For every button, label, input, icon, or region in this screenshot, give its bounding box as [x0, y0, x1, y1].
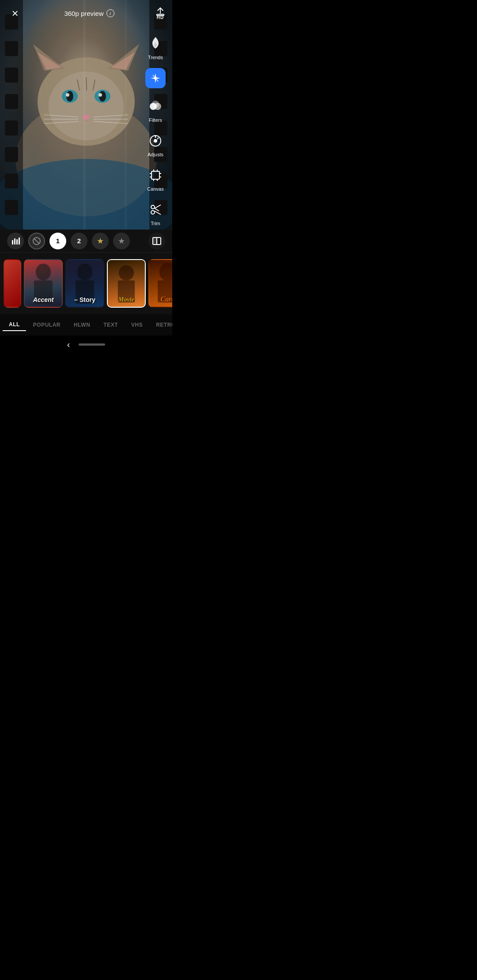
scissors-icon	[149, 204, 162, 216]
trim-label: Trim	[151, 221, 160, 226]
svg-rect-53	[153, 237, 157, 245]
bottom-panel: 1 2 ★ ★	[0, 230, 172, 353]
filters-icon-wrap	[145, 96, 166, 117]
trends-icon-wrap	[145, 34, 166, 54]
filmstrip-left	[0, 0, 23, 230]
flame-icon	[149, 36, 162, 51]
home-indicator	[79, 343, 105, 346]
svg-line-50	[34, 238, 39, 244]
no-filter-button[interactable]	[28, 233, 45, 249]
hd-button[interactable]: HD	[155, 7, 165, 20]
filter-tab-1[interactable]: 1	[49, 233, 66, 249]
close-icon: ×	[11, 8, 18, 19]
category-tab-text[interactable]: TEXT	[97, 319, 124, 331]
filters-button[interactable]: Filters	[142, 94, 169, 125]
canvas-label: Canvas	[147, 186, 163, 192]
svg-line-30	[157, 138, 159, 139]
svg-point-58	[119, 265, 134, 280]
svg-rect-31	[151, 171, 159, 179]
back-chevron[interactable]: ‹	[67, 339, 70, 350]
dial-icon	[149, 134, 162, 147]
trends-label: Trends	[148, 55, 163, 60]
sparkle-icon	[149, 72, 162, 84]
adjust-eq-button[interactable]	[7, 233, 24, 249]
right-tools: Trends Filters	[142, 31, 169, 229]
category-tabs: ALL POPULAR HLWN TEXT VHS RETRO GLITCH	[0, 314, 172, 335]
filter-card-movie[interactable]: Movie	[107, 259, 146, 308]
canvas-button[interactable]: Canvas	[142, 162, 169, 194]
svg-rect-46	[14, 238, 15, 245]
film-hole	[5, 121, 18, 136]
svg-point-40	[151, 205, 155, 209]
filter-card-story[interactable]: – Story	[65, 259, 104, 308]
crop-icon	[149, 169, 162, 181]
svg-point-23	[154, 77, 157, 79]
card-label: Card	[161, 295, 172, 303]
filter-card-accent[interactable]: Accent	[24, 259, 63, 308]
svg-rect-47	[16, 239, 18, 245]
category-tab-hlwn[interactable]: HLWN	[68, 319, 96, 331]
info-icon[interactable]: i	[106, 9, 114, 17]
bottom-nav: ‹	[0, 335, 172, 353]
svg-point-56	[77, 264, 92, 280]
filter-cards-row: Accent – Story Movie	[0, 253, 172, 314]
adjusts-icon-wrap	[145, 131, 166, 151]
film-hole	[5, 200, 18, 215]
trim-icon-wrap	[145, 200, 166, 220]
compare-icon	[152, 236, 162, 246]
adjusts-button[interactable]: Adjusts	[142, 128, 169, 160]
filter-tabs-row: 1 2 ★ ★	[0, 230, 172, 253]
svg-line-44	[155, 208, 159, 211]
filter-tab-2[interactable]: 2	[71, 233, 87, 249]
svg-point-54	[36, 264, 51, 280]
trim-button[interactable]: Trim	[142, 197, 169, 229]
preview-text: 360p preview	[64, 10, 103, 17]
filter-card-first[interactable]	[4, 259, 21, 308]
svg-point-26	[152, 101, 159, 108]
category-tab-popular[interactable]: POPULAR	[27, 319, 67, 331]
film-hole	[5, 173, 18, 188]
filter-card-card[interactable]: Card	[148, 259, 172, 308]
svg-line-42	[155, 205, 161, 208]
preview-label: 360p preview i	[64, 9, 114, 17]
favorites-button-1[interactable]: ★	[92, 233, 109, 249]
adjusts-label: Adjusts	[148, 152, 163, 157]
no-filter-icon	[32, 237, 41, 245]
svg-point-60	[159, 263, 172, 281]
category-tab-all[interactable]: ALL	[3, 319, 26, 331]
svg-rect-45	[12, 240, 13, 245]
close-button[interactable]: ×	[7, 5, 23, 21]
hd-label: HD	[157, 15, 164, 20]
story-label: – Story	[74, 296, 95, 303]
top-bar: × 360p preview i HD	[0, 0, 172, 26]
svg-line-43	[155, 211, 161, 215]
category-tab-vhs[interactable]: VHS	[125, 319, 149, 331]
film-hole	[5, 68, 18, 83]
magic-button[interactable]	[142, 65, 169, 91]
filters-label: Filters	[149, 117, 162, 123]
svg-point-28	[154, 139, 157, 142]
svg-rect-48	[19, 237, 20, 245]
circles-icon	[149, 100, 162, 113]
canvas-icon-wrap	[145, 165, 166, 185]
compare-button[interactable]	[148, 233, 165, 249]
accent-label: Accent	[33, 296, 54, 303]
favorites-button-2[interactable]: ★	[113, 233, 130, 249]
film-hole	[5, 41, 18, 56]
trends-button[interactable]: Trends	[142, 31, 169, 63]
category-tab-retro[interactable]: RETRO	[150, 319, 172, 331]
movie-label: Movie	[118, 296, 134, 303]
film-hole	[5, 147, 18, 162]
film-hole	[5, 94, 18, 109]
magic-icon-wrap	[145, 68, 166, 88]
equalizer-icon	[11, 237, 20, 245]
svg-point-41	[151, 211, 155, 214]
